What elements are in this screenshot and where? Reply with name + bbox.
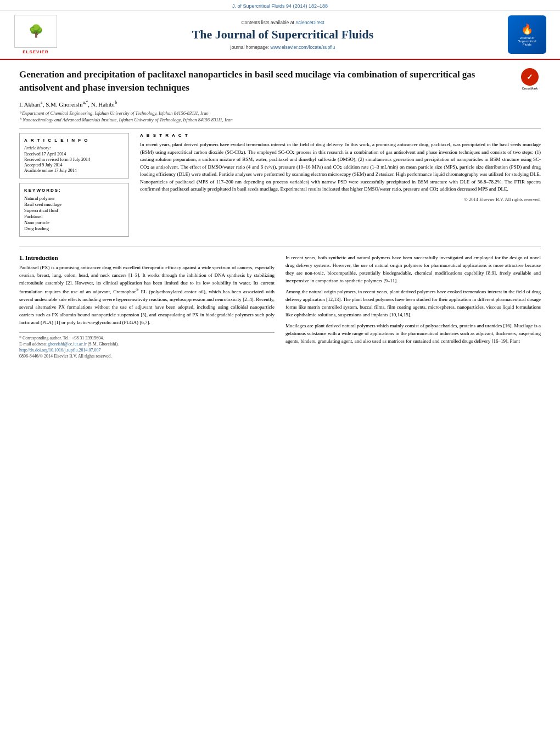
divider-2 bbox=[19, 247, 541, 247]
left-col: A R T I C L E I N F O Article history: R… bbox=[19, 133, 129, 237]
section1-heading: 1. Introduction bbox=[19, 254, 275, 261]
abstract-title: A B S T R A C T bbox=[140, 133, 541, 138]
contents-line: Contents lists available at ScienceDirec… bbox=[66, 20, 500, 25]
article-info-box: A R T I C L E I N F O Article history: R… bbox=[19, 133, 129, 178]
elsevier-logo: 🌳 ELSEVIER bbox=[11, 15, 60, 54]
abstract-text: In recent years, plant derived polymers … bbox=[140, 141, 541, 193]
journal-logo-box: 🔥 Journal of Supercritical Fluids bbox=[508, 15, 546, 54]
journal-header: 🌳 ELSEVIER Contents lists available at S… bbox=[0, 10, 560, 60]
issn-line: 0896-8446/© 2014 Elsevier B.V. All right… bbox=[19, 354, 275, 359]
history-label: Article history: bbox=[24, 146, 124, 150]
email-line: E-mail address: ghoreishi@cc.iut.ac.ir (… bbox=[19, 342, 275, 347]
title-area: Generation and precipitation of paclitax… bbox=[19, 68, 541, 94]
body-content: 1. Introduction Paclitaxel (PX) is a pro… bbox=[0, 252, 560, 368]
crossmark-label: CrossMark bbox=[522, 87, 537, 90]
available-date: Available online 17 July 2014 bbox=[24, 168, 124, 173]
revised-date: Received in revised form 8 July 2014 bbox=[24, 157, 124, 162]
body-para-right-3: Mucilages are plant derived natural poly… bbox=[285, 322, 541, 345]
keywords-box: Keywords: Natural polymer Basil seed muc… bbox=[19, 183, 129, 237]
divider-1 bbox=[19, 128, 541, 129]
doi-link[interactable]: http://dx.doi.org/10.1016/j.supflu.2014.… bbox=[19, 348, 101, 353]
keyword-1: Natural polymer bbox=[24, 196, 124, 201]
body-left: 1. Introduction Paclitaxel (PX) is a pro… bbox=[19, 254, 275, 360]
body-para-right-2: Among the natural origin polymers, in re… bbox=[285, 288, 541, 319]
elsevier-tree-image: 🌳 bbox=[14, 15, 57, 48]
copyright-line: © 2014 Elsevier B.V. All rights reserved… bbox=[140, 197, 541, 202]
crossmark-badge: ✓ CrossMark bbox=[519, 68, 541, 90]
contents-text: Contents lists available at bbox=[241, 20, 294, 25]
info-abstract-section: A R T I C L E I N F O Article history: R… bbox=[19, 133, 541, 237]
email-link[interactable]: ghoreishi@cc.iut.ac.ir bbox=[48, 342, 87, 347]
elsevier-wordmark: ELSEVIER bbox=[23, 49, 49, 54]
article-content: Generation and precipitation of paclitax… bbox=[0, 60, 560, 242]
affil-a: ᵃ Department of Chemical Engineering, Is… bbox=[19, 110, 541, 116]
article-info-title: A R T I C L E I N F O bbox=[24, 138, 124, 143]
authors-line: I. Akbaria, S.M. Ghoreishia,*, N. Habibi… bbox=[19, 100, 541, 108]
journal-header-center: Contents lists available at ScienceDirec… bbox=[60, 20, 505, 50]
body-two-col: 1. Introduction Paclitaxel (PX) is a pro… bbox=[19, 254, 541, 360]
keyword-3: Supercritical fluid bbox=[24, 208, 124, 213]
journal-citation: J. of Supercritical Fluids 94 (2014) 182… bbox=[232, 3, 328, 9]
homepage-text: journal homepage: bbox=[231, 44, 269, 50]
email-person: (S.M. Ghoreishi). bbox=[88, 342, 119, 347]
keyword-2: Basil seed mucilage bbox=[24, 202, 124, 207]
journal-citation-bar: J. of Supercritical Fluids 94 (2014) 182… bbox=[0, 0, 560, 10]
tree-icon: 🌳 bbox=[29, 25, 43, 37]
affiliations: ᵃ Department of Chemical Engineering, Is… bbox=[19, 110, 541, 122]
keywords-title: Keywords: bbox=[24, 188, 124, 193]
flame-icon: 🔥 bbox=[521, 23, 533, 35]
received-date: Received 17 April 2014 bbox=[24, 152, 124, 157]
body-para-right-1: In recent years, both synthetic and natu… bbox=[285, 254, 541, 285]
body-right: In recent years, both synthetic and natu… bbox=[285, 254, 541, 360]
page: J. of Supercritical Fluids 94 (2014) 182… bbox=[0, 0, 560, 742]
body-para-1: Paclitaxel (PX) is a promising anticance… bbox=[19, 264, 275, 327]
footnote-section: * Corresponding author. Tel.: +98 31 339… bbox=[19, 332, 275, 359]
keyword-6: Drug loading bbox=[24, 226, 124, 231]
homepage-link[interactable]: www.elsevier.com/locate/supflu bbox=[271, 44, 335, 50]
journal-title: The Journal of Supercritical Fluids bbox=[66, 27, 500, 42]
crossmark-icon: ✓ bbox=[521, 68, 539, 86]
keyword-5: Nano particle bbox=[24, 220, 124, 225]
right-col: A B S T R A C T In recent years, plant d… bbox=[140, 133, 541, 237]
article-title: Generation and precipitation of paclitax… bbox=[19, 68, 513, 94]
keyword-4: Paclitaxel bbox=[24, 214, 124, 219]
logo-text-line3: Fluids bbox=[523, 43, 531, 46]
email-label: E-mail address: bbox=[19, 342, 47, 347]
sciencedirect-link[interactable]: ScienceDirect bbox=[295, 20, 324, 25]
affil-b: ᵇ Nanotechnology and Advanced Materials … bbox=[19, 117, 541, 122]
journal-logo: 🔥 Journal of Supercritical Fluids bbox=[505, 15, 549, 54]
homepage-line: journal homepage: www.elsevier.com/locat… bbox=[66, 44, 500, 50]
corresponding-note: * Corresponding author. Tel.: +98 31 339… bbox=[19, 336, 275, 341]
accepted-date: Accepted 9 July 2014 bbox=[24, 163, 124, 168]
